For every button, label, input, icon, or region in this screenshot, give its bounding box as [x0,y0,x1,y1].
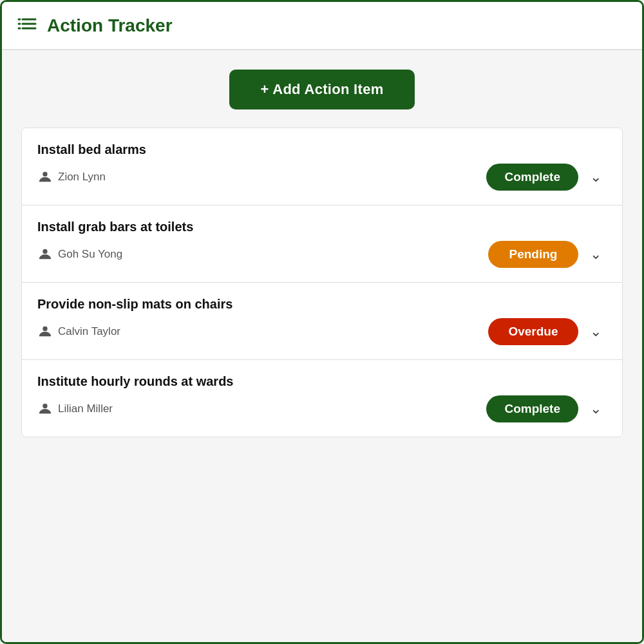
status-badge[interactable]: Overdue [488,318,578,345]
add-button-wrapper: + Add Action Item [21,70,623,109]
header: Action Tracker [2,2,642,50]
status-badge[interactable]: Complete [486,395,578,422]
action-item: Provide non-slip mats on chairs Calvin T… [22,283,622,360]
action-item-title: Install grab bars at toilets [37,220,193,234]
right-controls: Complete ⌄ [486,164,607,191]
right-controls: Complete ⌄ [486,395,607,422]
action-item-title-row: Provide non-slip mats on chairs [37,297,607,312]
status-badge[interactable]: Pending [488,241,578,268]
action-item-bottom-row: Lilian Miller Complete ⌄ [37,395,607,422]
svg-point-8 [43,327,47,331]
chevron-down-icon[interactable]: ⌄ [585,166,607,188]
chevron-down-icon[interactable]: ⌄ [585,243,607,265]
right-controls: Overdue ⌄ [488,318,607,345]
action-item-title-row: Install grab bars at toilets [37,220,607,234]
person-icon [37,324,53,339]
svg-point-7 [43,249,47,254]
action-item-assignee: Lilian Miller [37,401,113,417]
action-items-list: Install bed alarms Zion Lynn Complete ⌄ [21,128,623,437]
svg-point-6 [43,172,47,176]
right-controls: Pending ⌄ [488,241,607,268]
assignee-name: Zion Lynn [58,171,106,184]
add-action-button[interactable]: + Add Action Item [229,70,414,109]
chevron-down-icon[interactable]: ⌄ [585,321,607,343]
app-container: Action Tracker + Add Action Item Install… [0,0,644,644]
action-item: Institute hourly rounds at wards Lilian … [22,360,622,437]
action-item-title-row: Install bed alarms [37,142,607,157]
action-item: Install grab bars at toilets Goh Su Yong… [22,205,622,283]
action-item-assignee: Goh Su Yong [37,247,122,262]
action-item-title-row: Institute hourly rounds at wards [37,374,607,389]
assignee-name: Lilian Miller [58,402,113,415]
svg-point-9 [43,404,47,408]
main-content: + Add Action Item Install bed alarms Zio… [2,50,642,642]
person-icon [37,169,53,185]
action-item-bottom-row: Zion Lynn Complete ⌄ [37,164,607,191]
person-icon [37,401,53,417]
action-item-bottom-row: Calvin Taylor Overdue ⌄ [37,318,607,345]
action-item-bottom-row: Goh Su Yong Pending ⌄ [37,241,607,268]
chevron-down-icon[interactable]: ⌄ [585,398,607,420]
page-title: Action Tracker [47,15,173,36]
assignee-name: Goh Su Yong [58,248,122,261]
action-item-assignee: Calvin Taylor [37,324,120,339]
status-badge[interactable]: Complete [486,164,578,191]
action-item-title: Institute hourly rounds at wards [37,374,233,389]
action-item-assignee: Zion Lynn [37,169,106,185]
action-item-title: Provide non-slip mats on chairs [37,297,232,312]
action-item-title: Install bed alarms [37,142,146,157]
action-item: Install bed alarms Zion Lynn Complete ⌄ [22,128,622,205]
person-icon [37,247,53,262]
assignee-name: Calvin Taylor [58,325,120,338]
list-icon [17,14,38,37]
